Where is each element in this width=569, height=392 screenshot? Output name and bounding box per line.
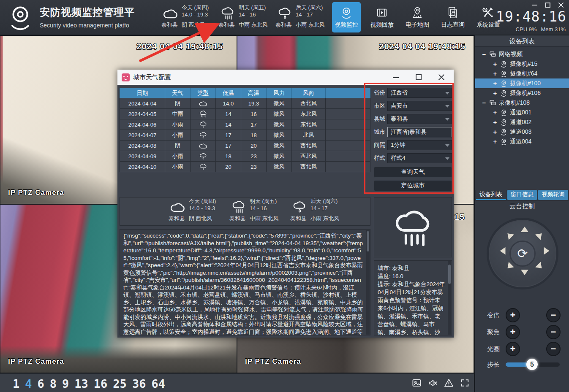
dialog-titlebar[interactable]: 城市天气配置 [117, 70, 454, 85]
ptz-down-left-arrow[interactable] [505, 262, 514, 271]
ptz-auto-scan-button[interactable]: ⟳ [509, 241, 536, 267]
layout-1[interactable]: 1 [13, 377, 19, 390]
layout-25[interactable]: 25 [113, 377, 127, 390]
ptz-down-arrow[interactable] [521, 270, 528, 275]
info-scrollbar[interactable] [448, 261, 451, 335]
ptz-up-right-arrow[interactable] [535, 231, 544, 240]
nav-log-query[interactable]: 日志查询 [438, 2, 467, 32]
zoom-plus-button[interactable]: + [506, 308, 520, 322]
mute-icon[interactable] [428, 378, 438, 388]
tree-group-recorder-108[interactable]: − 录像机#108 [475, 98, 569, 108]
weather-info-panel[interactable]: 城市: 泰和县 温度: 16.0 提示: 泰和县气象台2024年04月04日12… [374, 260, 452, 335]
tab-video-polling[interactable]: 视频轮询 [538, 190, 568, 200]
step-slider-thumb[interactable]: 5 [526, 359, 538, 370]
tree-item-channel-002[interactable]: + 通道002 [475, 117, 569, 127]
table-row[interactable]: 2024-04-08 阴 17 20 微风 西北风 [120, 141, 370, 151]
table-row[interactable]: 2024-04-04 阴 14.0 19.3 微风 西北风 [120, 98, 370, 109]
expand-icon[interactable]: + [492, 80, 498, 87]
locate-city-button[interactable]: 定位城市 [374, 180, 452, 191]
ptz-down-right-arrow[interactable] [535, 262, 544, 271]
expand-icon[interactable]: + [492, 138, 498, 145]
focus-minus-button[interactable]: − [546, 325, 561, 339]
nav-video-playback[interactable]: 视频回放 [368, 2, 396, 32]
tree-item-camera-15[interactable]: + 摄像机#15 [475, 59, 569, 69]
expand-icon[interactable]: + [492, 70, 498, 77]
expand-icon[interactable]: + [492, 89, 498, 97]
maximize-icon[interactable] [545, 2, 551, 8]
ptz-left-arrow[interactable] [500, 247, 506, 255]
expand-icon[interactable]: + [492, 60, 498, 68]
layout-6[interactable]: 6 [38, 377, 44, 390]
query-weather-button[interactable]: 查询天气 [374, 167, 452, 178]
collapse-icon[interactable]: − [481, 51, 487, 58]
close-icon[interactable] [558, 2, 564, 8]
tree-item-channel-004[interactable]: + 通道004 [475, 137, 569, 146]
tree-item-camera-100-selected[interactable]: + 摄像机#100 [475, 78, 569, 88]
layout-64[interactable]: 64 [151, 377, 165, 390]
city-input[interactable]: 江西省|泰和县 [387, 127, 452, 137]
rain-icon [218, 5, 237, 21]
city-label: 城市 [374, 128, 387, 136]
tree-label: 通道004 [510, 138, 531, 146]
table-row[interactable]: 2024-04-05 中雨 14 16 微风 东北风 [120, 109, 370, 119]
weather-temp: 14 - 16 [250, 205, 284, 213]
scrollbar-thumb[interactable] [448, 265, 451, 284]
layout-13[interactable]: 13 [74, 377, 88, 390]
ptz-up-left-arrow[interactable] [505, 231, 514, 240]
api-response-json[interactable]: {"msg":"success","code":0,"data":{"real"… [120, 229, 370, 335]
table-row[interactable]: 2024-04-07 小雨 17 18 微风 北风 [120, 130, 370, 141]
interval-select[interactable]: 1分钟 [387, 140, 452, 150]
table-row[interactable]: 2024-04-10 小雨 20 23 微风 西北风 [120, 162, 370, 172]
expand-icon[interactable]: + [492, 109, 498, 116]
alarm-warning-icon[interactable] [444, 378, 454, 388]
cell-date: 2024-04-04 [120, 98, 165, 109]
expand-icon[interactable]: + [492, 128, 498, 135]
scrollbar-thumb[interactable] [367, 231, 369, 251]
iris-plus-button[interactable]: + [506, 342, 520, 356]
layout-16[interactable]: 16 [94, 377, 108, 390]
collapse-icon[interactable]: − [481, 99, 487, 106]
tab-device-list[interactable]: 设备列表 [476, 190, 506, 200]
cloud-icon [161, 5, 180, 21]
json-scrollbar[interactable] [366, 230, 370, 335]
snapshot-icon[interactable] [412, 378, 422, 388]
cell-wind-power: 微风 [267, 141, 292, 151]
dialog-close-icon[interactable] [438, 74, 444, 80]
weather-table: 日期 天气 类型 低温 高温 风力 风向 2024-04-04 阴 14.0 1… [120, 88, 370, 172]
nav-electronic-map[interactable]: 电子地图 [403, 2, 432, 32]
dialog-minimize-icon[interactable] [393, 74, 399, 80]
expand-icon[interactable]: + [492, 119, 498, 126]
tree-item-camera-64[interactable]: + 摄像机#64 [475, 69, 569, 78]
fullscreen-icon[interactable] [460, 378, 470, 388]
cell-blank [326, 98, 370, 109]
cell-wind-dir: 东北风 [292, 109, 326, 119]
nav-video-monitor[interactable]: 视频监控 [332, 2, 361, 32]
layout-8[interactable]: 8 [50, 377, 57, 390]
iris-minus-button[interactable]: − [546, 342, 561, 356]
tree-item-channel-003[interactable]: + 通道003 [475, 127, 569, 137]
ptz-up-arrow[interactable] [521, 227, 528, 232]
minimize-icon[interactable] [532, 2, 538, 8]
tree-item-channel-001[interactable]: + 通道001 [475, 108, 569, 117]
iris-label: 光圈 [487, 345, 506, 353]
tree-group-network-video[interactable]: − 网络视频 [475, 49, 569, 59]
ptz-right-arrow[interactable] [544, 247, 550, 255]
tab-window-info[interactable]: 窗口信息 [507, 190, 537, 200]
dialog-maximize-icon[interactable] [416, 74, 422, 80]
table-row[interactable]: 2024-04-06 小雨 14 17 微风 东北风 [120, 119, 370, 130]
tree-item-camera-106[interactable]: + 摄像机#106 [475, 88, 569, 98]
zoom-minus-button[interactable]: − [546, 308, 561, 322]
table-row[interactable]: 2024-04-09 小雨 18 23 微风 西北风 [120, 151, 370, 162]
style-select[interactable]: 样式4 [387, 153, 452, 163]
county-select[interactable]: 泰和县 [387, 114, 452, 124]
layout-4-active[interactable]: 4 [25, 377, 32, 390]
layout-36[interactable]: 36 [132, 377, 146, 390]
layout-9[interactable]: 9 [62, 377, 69, 390]
cell-weather: 小雨 [165, 130, 191, 141]
province-select[interactable]: 江西省 [387, 88, 452, 98]
camera-icon [500, 109, 507, 116]
focus-plus-button[interactable]: + [506, 325, 520, 339]
step-slider[interactable]: 5 [506, 362, 560, 367]
device-tree: − 网络视频 + 摄像机#15 + 摄像机#64 + 摄像机#100 + [475, 49, 569, 146]
district-select[interactable]: 吉安市 [387, 101, 452, 111]
